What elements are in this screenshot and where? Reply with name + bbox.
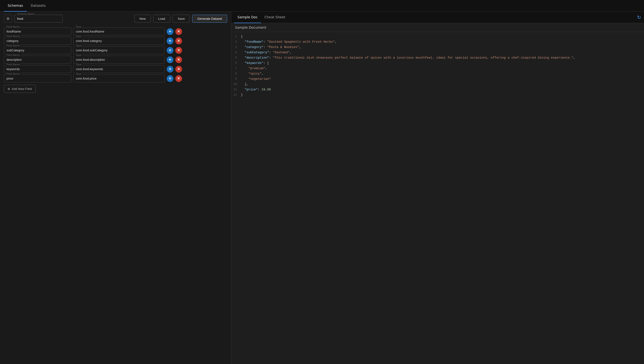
type-input[interactable]	[73, 65, 165, 73]
line-content: ],	[241, 82, 644, 87]
type-wrapper: Type	[73, 75, 165, 83]
fields-area: Field Name Type + × Field Name Type + ×	[0, 26, 231, 97]
field-name-input[interactable]	[4, 46, 71, 54]
right-tabs: Sample Doc Cheat Sheet ↻	[231, 12, 644, 23]
left-panel: ⚙ Schema Name New Load Save Generate Dat…	[0, 12, 231, 364]
field-row: Field Name Type + ×	[4, 28, 227, 36]
field-name-input[interactable]	[4, 75, 71, 83]
type-label: Type	[75, 54, 82, 56]
type-wrapper: Type	[73, 28, 165, 36]
times-icon: ×	[178, 38, 180, 43]
times-icon: ×	[178, 48, 180, 53]
line-content: "category": "Pasta & Noodles",	[241, 45, 644, 50]
line-content: "premium",	[241, 66, 644, 71]
code-line: 3 "category": "Pasta & Noodles",	[231, 45, 644, 50]
right-panel: Sample Doc Cheat Sheet ↻ Sample Document…	[231, 12, 644, 364]
generate-dataset-button[interactable]: Generate Dataset	[192, 15, 227, 23]
tab-actions: ↻	[637, 15, 641, 20]
type-wrapper: Type	[73, 65, 165, 73]
plus-icon: +	[169, 29, 172, 34]
settings-button[interactable]: ⚙	[4, 15, 12, 23]
line-number: 2	[231, 39, 241, 45]
add-field-button[interactable]: +	[167, 28, 174, 35]
field-name-label: Field Name	[6, 54, 21, 56]
field-name-label: Field Name	[6, 26, 21, 28]
toolbar: ⚙ Schema Name New Load Save Generate Dat…	[0, 12, 231, 26]
field-name-label: Field Name	[6, 44, 21, 47]
code-line: 7 "premium",	[231, 66, 644, 71]
code-line: 9 "vegetarian"	[231, 76, 644, 82]
remove-field-button[interactable]: ×	[175, 38, 182, 44]
code-line: 10 ],	[231, 82, 644, 87]
add-new-field-button[interactable]: ⊕ Add New Field	[4, 85, 36, 93]
code-line: 4 "subCategory": "Sautéed",	[231, 50, 644, 55]
type-wrapper: Type	[73, 56, 165, 64]
line-number: 7	[231, 66, 241, 71]
field-name-label: Field Name	[6, 35, 21, 38]
field-name-wrapper: Field Name	[4, 56, 71, 64]
line-number: 9	[231, 76, 241, 82]
plus-circle-icon: ⊕	[8, 87, 10, 91]
type-wrapper: Type	[73, 37, 165, 45]
line-number: 11	[231, 87, 241, 92]
field-row: Field Name Type + ×	[4, 37, 227, 45]
load-button[interactable]: Load	[153, 15, 170, 23]
remove-field-button[interactable]: ×	[175, 47, 182, 54]
code-line: 12}	[231, 92, 644, 98]
code-line: 8 "spicy",	[231, 71, 644, 76]
schema-name-label: Schema Name	[16, 13, 36, 16]
type-wrapper: Type	[73, 46, 165, 54]
new-button[interactable]: New	[134, 15, 151, 23]
add-field-button[interactable]: +	[167, 56, 174, 63]
type-input[interactable]	[73, 37, 165, 45]
type-input[interactable]	[73, 75, 165, 83]
code-line: 2 "foodName": "Sautéed Spaghetti with Fr…	[231, 39, 644, 45]
field-row: Field Name Type + ×	[4, 46, 227, 54]
field-name-wrapper: Field Name	[4, 75, 71, 83]
sample-doc-header: Sample Document	[231, 23, 644, 32]
plus-icon: +	[169, 57, 172, 62]
type-label: Type	[75, 35, 82, 38]
code-line: 6 "keywords": [	[231, 61, 644, 66]
nav-tab-schemas[interactable]: Schemas	[4, 0, 27, 12]
type-input[interactable]	[73, 46, 165, 54]
remove-field-button[interactable]: ×	[175, 75, 182, 82]
line-content: }	[241, 92, 644, 98]
field-name-label: Field Name	[6, 73, 21, 75]
add-field-button[interactable]: +	[167, 38, 174, 44]
schema-name-input[interactable]	[14, 15, 62, 23]
line-content: "keywords": [	[241, 61, 644, 66]
line-number: 5	[231, 55, 241, 61]
add-field-button[interactable]: +	[167, 47, 174, 54]
field-name-input[interactable]	[4, 56, 71, 64]
field-name-input[interactable]	[4, 28, 71, 36]
remove-field-button[interactable]: ×	[175, 66, 182, 73]
times-icon: ×	[178, 29, 180, 34]
type-input[interactable]	[73, 28, 165, 36]
main-layout: ⚙ Schema Name New Load Save Generate Dat…	[0, 12, 644, 364]
line-number: 6	[231, 61, 241, 66]
tab-cheat-sheet[interactable]: Cheat Sheet	[261, 12, 288, 23]
line-number: 4	[231, 50, 241, 55]
field-name-input[interactable]	[4, 37, 71, 45]
field-row: Field Name Type + ×	[4, 56, 227, 64]
type-label: Type	[75, 63, 82, 66]
type-input[interactable]	[73, 56, 165, 64]
line-content: "spicy",	[241, 71, 644, 76]
times-icon: ×	[178, 76, 180, 81]
remove-field-button[interactable]: ×	[175, 56, 182, 63]
add-field-button[interactable]: +	[167, 66, 174, 73]
top-nav: Schemas Datasets	[0, 0, 644, 12]
tab-sample-doc[interactable]: Sample Doc	[234, 12, 261, 23]
nav-tab-datasets[interactable]: Datasets	[27, 0, 50, 12]
line-number: 8	[231, 71, 241, 76]
line-number: 1	[231, 34, 241, 39]
code-line: 11 "price": 18.08	[231, 87, 644, 92]
sample-doc-title: Sample Document	[235, 26, 266, 30]
add-field-button[interactable]: +	[167, 75, 174, 82]
type-label: Type	[75, 26, 82, 28]
field-name-input[interactable]	[4, 65, 71, 73]
remove-field-button[interactable]: ×	[175, 28, 182, 35]
save-button[interactable]: Save	[173, 15, 190, 23]
refresh-button[interactable]: ↻	[637, 15, 641, 20]
